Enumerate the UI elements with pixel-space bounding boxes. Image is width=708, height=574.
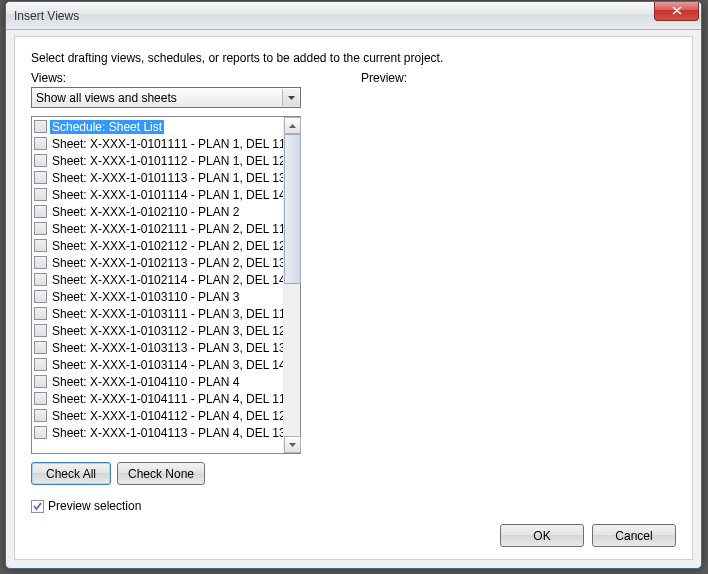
ok-button[interactable]: OK [500, 524, 584, 547]
item-label: Sheet: X-XXX-1-0104111 - PLAN 4, DEL 11 [50, 392, 283, 406]
chevron-down-icon [289, 443, 296, 447]
client-area: Select drafting views, schedules, or rep… [14, 36, 693, 560]
item-checkbox[interactable] [34, 324, 47, 337]
combo-selected-text: Show all views and sheets [36, 91, 177, 105]
item-checkbox[interactable] [34, 409, 47, 422]
list-item[interactable]: Sheet: X-XXX-1-0102113 - PLAN 2, DEL 13 [32, 254, 283, 271]
item-checkbox[interactable] [34, 392, 47, 405]
window-title: Insert Views [14, 9, 79, 23]
preview-selection-checkbox[interactable]: Preview selection [31, 499, 141, 513]
cancel-button[interactable]: Cancel [592, 524, 676, 547]
item-label: Sheet: X-XXX-1-0103113 - PLAN 3, DEL 13 [50, 341, 283, 355]
preview-label: Preview: [361, 71, 407, 85]
listbox-inner: Schedule: Sheet ListSheet: X-XXX-1-01011… [32, 117, 283, 453]
labels-row: Views: Preview: [31, 71, 676, 85]
list-item[interactable]: Sheet: X-XXX-1-0103110 - PLAN 3 [32, 288, 283, 305]
item-checkbox[interactable] [34, 273, 47, 286]
scroll-thumb[interactable] [284, 134, 301, 284]
chevron-up-icon [289, 124, 296, 128]
dialog-window: Insert Views Select drafting views, sche… [5, 1, 702, 569]
check-none-button[interactable]: Check None [117, 462, 205, 485]
item-label: Sheet: X-XXX-1-0101112 - PLAN 1, DEL 12 [50, 154, 283, 168]
item-checkbox[interactable] [34, 307, 47, 320]
list-item[interactable]: Sheet: X-XXX-1-0104113 - PLAN 4, DEL 13 [32, 424, 283, 441]
scroll-down-button[interactable] [284, 436, 301, 453]
check-buttons-row: Check All Check None [31, 462, 676, 485]
item-checkbox[interactable] [34, 426, 47, 439]
list-item[interactable]: Sheet: X-XXX-1-0102110 - PLAN 2 [32, 203, 283, 220]
list-item[interactable]: Sheet: X-XXX-1-0103114 - PLAN 3, DEL 14 [32, 356, 283, 373]
list-item[interactable]: Sheet: X-XXX-1-0104110 - PLAN 4 [32, 373, 283, 390]
list-item[interactable]: Sheet: X-XXX-1-0104112 - PLAN 4, DEL 12 [32, 407, 283, 424]
item-checkbox[interactable] [34, 375, 47, 388]
list-item[interactable]: Sheet: X-XXX-1-0101112 - PLAN 1, DEL 12 [32, 152, 283, 169]
footer-buttons: OK Cancel [500, 524, 676, 547]
scrollbar[interactable] [283, 117, 300, 453]
item-label: Sheet: X-XXX-1-0102112 - PLAN 2, DEL 12 [50, 239, 283, 253]
list-item[interactable]: Sheet: X-XXX-1-0101114 - PLAN 1, DEL 14 [32, 186, 283, 203]
check-all-button[interactable]: Check All [31, 462, 111, 485]
list-item[interactable]: Sheet: X-XXX-1-0103111 - PLAN 3, DEL 11 [32, 305, 283, 322]
item-checkbox[interactable] [34, 341, 47, 354]
item-checkbox[interactable] [34, 222, 47, 235]
item-label: Sheet: X-XXX-1-0101111 - PLAN 1, DEL 11 [50, 137, 283, 151]
views-filter-combo[interactable]: Show all views and sheets [31, 87, 301, 108]
list-item[interactable]: Sheet: X-XXX-1-0102114 - PLAN 2, DEL 14 [32, 271, 283, 288]
list-item[interactable]: Sheet: X-XXX-1-0101111 - PLAN 1, DEL 11 [32, 135, 283, 152]
preview-selection-label: Preview selection [48, 499, 141, 513]
item-checkbox[interactable] [34, 120, 47, 133]
item-checkbox[interactable] [34, 290, 47, 303]
list-item[interactable]: Sheet: X-XXX-1-0103112 - PLAN 3, DEL 12 [32, 322, 283, 339]
item-label: Sheet: X-XXX-1-0102110 - PLAN 2 [50, 205, 241, 219]
item-checkbox[interactable] [34, 154, 47, 167]
list-item[interactable]: Sheet: X-XXX-1-0103113 - PLAN 3, DEL 13 [32, 339, 283, 356]
instruction-text: Select drafting views, schedules, or rep… [31, 51, 676, 65]
item-label: Sheet: X-XXX-1-0103112 - PLAN 3, DEL 12 [50, 324, 283, 338]
item-label: Sheet: X-XXX-1-0101114 - PLAN 1, DEL 14 [50, 188, 283, 202]
list-item[interactable]: Sheet: X-XXX-1-0102111 - PLAN 2, DEL 11 [32, 220, 283, 237]
item-checkbox[interactable] [34, 188, 47, 201]
list-item[interactable]: Sheet: X-XXX-1-0102112 - PLAN 2, DEL 12 [32, 237, 283, 254]
item-label: Sheet: X-XXX-1-0103111 - PLAN 3, DEL 11 [50, 307, 283, 321]
item-label: Sheet: X-XXX-1-0104110 - PLAN 4 [50, 375, 241, 389]
titlebar[interactable]: Insert Views [6, 2, 701, 30]
checkbox-box[interactable] [31, 500, 44, 513]
item-label: Sheet: X-XXX-1-0104113 - PLAN 4, DEL 13 [50, 426, 283, 440]
item-label: Sheet: X-XXX-1-0104112 - PLAN 4, DEL 12 [50, 409, 283, 423]
chevron-down-icon [288, 96, 295, 100]
list-item[interactable]: Schedule: Sheet List [32, 118, 283, 135]
item-checkbox[interactable] [34, 171, 47, 184]
item-checkbox[interactable] [34, 358, 47, 371]
close-button[interactable] [654, 1, 699, 21]
close-icon [672, 6, 682, 15]
item-label: Sheet: X-XXX-1-0102113 - PLAN 2, DEL 13 [50, 256, 283, 270]
item-label: Sheet: X-XXX-1-0103114 - PLAN 3, DEL 14 [50, 358, 283, 372]
combo-arrow[interactable] [282, 89, 299, 106]
item-checkbox[interactable] [34, 239, 47, 252]
item-label: Schedule: Sheet List [50, 120, 164, 134]
item-checkbox[interactable] [34, 205, 47, 218]
views-listbox[interactable]: Schedule: Sheet ListSheet: X-XXX-1-01011… [31, 116, 301, 454]
item-checkbox[interactable] [34, 137, 47, 150]
item-label: Sheet: X-XXX-1-0103110 - PLAN 3 [50, 290, 241, 304]
checkmark-icon [32, 501, 43, 512]
list-item[interactable]: Sheet: X-XXX-1-0104111 - PLAN 4, DEL 11 [32, 390, 283, 407]
item-checkbox[interactable] [34, 256, 47, 269]
scroll-up-button[interactable] [284, 117, 301, 134]
views-label: Views: [31, 71, 361, 85]
item-label: Sheet: X-XXX-1-0101113 - PLAN 1, DEL 13 [50, 171, 283, 185]
item-label: Sheet: X-XXX-1-0102111 - PLAN 2, DEL 11 [50, 222, 283, 236]
list-item[interactable]: Sheet: X-XXX-1-0101113 - PLAN 1, DEL 13 [32, 169, 283, 186]
item-label: Sheet: X-XXX-1-0102114 - PLAN 2, DEL 14 [50, 273, 283, 287]
